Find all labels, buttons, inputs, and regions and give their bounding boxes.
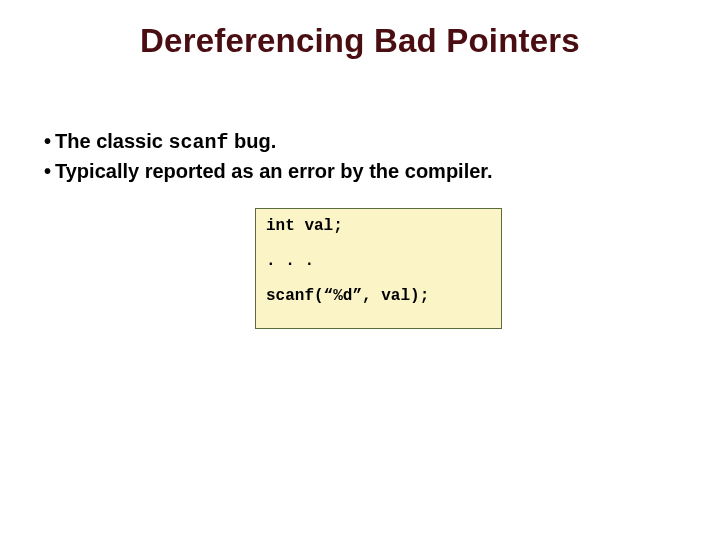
bullet-list: •The classic scanf bug. •Typically repor… xyxy=(44,127,664,187)
bullet-text-suffix: bug. xyxy=(228,130,276,152)
code-line: . . . xyxy=(266,253,491,270)
bullet-text-mono: scanf xyxy=(168,131,228,154)
slide: Dereferencing Bad Pointers •The classic … xyxy=(0,0,720,540)
bullet-item: •The classic scanf bug. xyxy=(44,127,664,157)
bullet-text-prefix: The classic xyxy=(55,130,168,152)
code-block: int val; . . . scanf(“%d”, val); xyxy=(255,208,502,329)
slide-title: Dereferencing Bad Pointers xyxy=(0,22,720,60)
bullet-dot-icon: • xyxy=(44,127,51,156)
code-line: scanf(“%d”, val); xyxy=(266,288,491,305)
bullet-dot-icon: • xyxy=(44,157,51,186)
bullet-item: •Typically reported as an error by the c… xyxy=(44,157,664,186)
code-line: int val; xyxy=(266,218,491,235)
bullet-text: Typically reported as an error by the co… xyxy=(55,160,493,182)
